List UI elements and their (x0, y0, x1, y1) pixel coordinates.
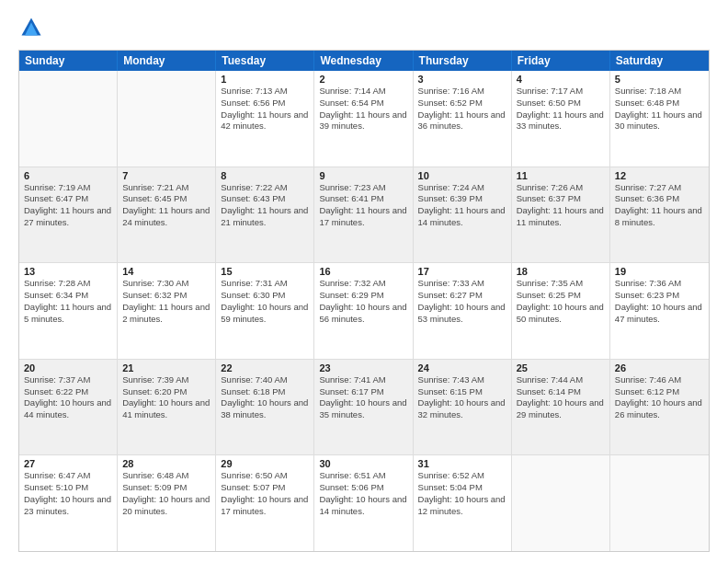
calendar-row: 1Sunrise: 7:13 AM Sunset: 6:56 PM Daylig… (19, 71, 709, 167)
logo-icon (18, 15, 44, 40)
day-number: 3 (418, 74, 506, 85)
calendar-cell: 7Sunrise: 7:21 AM Sunset: 6:45 PM Daylig… (118, 167, 216, 263)
day-number: 30 (319, 458, 407, 469)
calendar-row: 6Sunrise: 7:19 AM Sunset: 6:47 PM Daylig… (19, 167, 709, 263)
calendar-cell: 22Sunrise: 7:40 AM Sunset: 6:18 PM Dayli… (216, 360, 314, 455)
calendar-cell: 16Sunrise: 7:32 AM Sunset: 6:29 PM Dayli… (314, 263, 413, 359)
day-number: 11 (517, 170, 605, 181)
calendar-cell: 5Sunrise: 7:18 AM Sunset: 6:48 PM Daylig… (610, 71, 709, 167)
day-number: 26 (615, 362, 704, 373)
cell-info: Sunrise: 7:46 AM Sunset: 6:12 PM Dayligh… (615, 374, 704, 421)
calendar-cell (512, 455, 610, 551)
cell-info: Sunrise: 7:19 AM Sunset: 6:47 PM Dayligh… (24, 182, 112, 229)
cell-info: Sunrise: 7:17 AM Sunset: 6:50 PM Dayligh… (517, 86, 605, 132)
day-number: 20 (24, 362, 112, 373)
calendar-cell: 18Sunrise: 7:35 AM Sunset: 6:25 PM Dayli… (512, 263, 610, 359)
day-number: 13 (24, 266, 112, 277)
calendar-cell: 15Sunrise: 7:31 AM Sunset: 6:30 PM Dayli… (216, 263, 314, 359)
calendar-header: SundayMondayTuesdayWednesdayThursdayFrid… (19, 51, 709, 71)
day-number: 6 (24, 170, 112, 181)
calendar-cell: 13Sunrise: 7:28 AM Sunset: 6:34 PM Dayli… (19, 263, 118, 359)
calendar-cell: 19Sunrise: 7:36 AM Sunset: 6:23 PM Dayli… (610, 263, 709, 359)
day-number: 28 (122, 458, 210, 469)
calendar-cell: 27Sunrise: 6:47 AM Sunset: 5:10 PM Dayli… (19, 455, 118, 551)
day-number: 23 (319, 362, 407, 373)
day-number: 27 (24, 458, 112, 469)
calendar-cell: 21Sunrise: 7:39 AM Sunset: 6:20 PM Dayli… (118, 360, 216, 455)
calendar-day-header: Wednesday (314, 51, 413, 71)
day-number: 15 (221, 266, 309, 277)
calendar-cell (118, 71, 216, 167)
day-number: 21 (122, 362, 210, 373)
calendar-day-header: Saturday (610, 51, 709, 71)
calendar-cell: 23Sunrise: 7:41 AM Sunset: 6:17 PM Dayli… (314, 360, 413, 455)
day-number: 17 (418, 266, 506, 277)
day-number: 10 (418, 170, 506, 181)
cell-info: Sunrise: 6:48 AM Sunset: 5:09 PM Dayligh… (122, 470, 210, 517)
cell-info: Sunrise: 7:13 AM Sunset: 6:56 PM Dayligh… (221, 86, 309, 132)
calendar-cell: 12Sunrise: 7:27 AM Sunset: 6:36 PM Dayli… (610, 167, 709, 263)
day-number: 9 (319, 170, 407, 181)
calendar-cell: 31Sunrise: 6:52 AM Sunset: 5:04 PM Dayli… (414, 455, 512, 551)
calendar-row: 13Sunrise: 7:28 AM Sunset: 6:34 PM Dayli… (19, 262, 709, 359)
calendar-day-header: Sunday (19, 51, 118, 71)
cell-info: Sunrise: 7:21 AM Sunset: 6:45 PM Dayligh… (122, 182, 210, 229)
cell-info: Sunrise: 7:30 AM Sunset: 6:32 PM Dayligh… (122, 278, 210, 325)
cell-info: Sunrise: 7:24 AM Sunset: 6:39 PM Dayligh… (418, 182, 506, 229)
day-number: 25 (517, 362, 605, 373)
logo (18, 15, 50, 40)
calendar-cell (19, 71, 118, 167)
cell-info: Sunrise: 7:44 AM Sunset: 6:14 PM Dayligh… (517, 374, 605, 421)
calendar-cell: 8Sunrise: 7:22 AM Sunset: 6:43 PM Daylig… (216, 167, 314, 263)
day-number: 7 (122, 170, 210, 181)
cell-info: Sunrise: 6:52 AM Sunset: 5:04 PM Dayligh… (418, 470, 506, 517)
calendar-cell (610, 455, 709, 551)
day-number: 1 (221, 74, 309, 85)
cell-info: Sunrise: 6:50 AM Sunset: 5:07 PM Dayligh… (221, 470, 309, 517)
cell-info: Sunrise: 7:26 AM Sunset: 6:37 PM Dayligh… (517, 182, 605, 229)
cell-info: Sunrise: 7:37 AM Sunset: 6:22 PM Dayligh… (24, 374, 112, 421)
calendar-cell: 17Sunrise: 7:33 AM Sunset: 6:27 PM Dayli… (414, 263, 512, 359)
calendar-row: 27Sunrise: 6:47 AM Sunset: 5:10 PM Dayli… (19, 454, 709, 551)
calendar: SundayMondayTuesdayWednesdayThursdayFrid… (18, 50, 710, 552)
calendar-cell: 20Sunrise: 7:37 AM Sunset: 6:22 PM Dayli… (19, 360, 118, 455)
calendar-cell: 10Sunrise: 7:24 AM Sunset: 6:39 PM Dayli… (414, 167, 512, 263)
cell-info: Sunrise: 7:41 AM Sunset: 6:17 PM Dayligh… (319, 374, 407, 421)
calendar-body: 1Sunrise: 7:13 AM Sunset: 6:56 PM Daylig… (19, 71, 709, 551)
day-number: 8 (221, 170, 309, 181)
calendar-cell: 4Sunrise: 7:17 AM Sunset: 6:50 PM Daylig… (512, 71, 610, 167)
cell-info: Sunrise: 7:16 AM Sunset: 6:52 PM Dayligh… (418, 86, 506, 132)
cell-info: Sunrise: 7:23 AM Sunset: 6:41 PM Dayligh… (319, 182, 407, 229)
day-number: 22 (221, 362, 309, 373)
calendar-cell: 1Sunrise: 7:13 AM Sunset: 6:56 PM Daylig… (216, 71, 314, 167)
day-number: 29 (221, 458, 309, 469)
day-number: 5 (615, 74, 704, 85)
calendar-cell: 9Sunrise: 7:23 AM Sunset: 6:41 PM Daylig… (314, 167, 413, 263)
calendar-cell: 6Sunrise: 7:19 AM Sunset: 6:47 PM Daylig… (19, 167, 118, 263)
cell-info: Sunrise: 7:28 AM Sunset: 6:34 PM Dayligh… (24, 278, 112, 325)
calendar-row: 20Sunrise: 7:37 AM Sunset: 6:22 PM Dayli… (19, 359, 709, 455)
calendar-cell: 24Sunrise: 7:43 AM Sunset: 6:15 PM Dayli… (414, 360, 512, 455)
calendar-cell: 25Sunrise: 7:44 AM Sunset: 6:14 PM Dayli… (512, 360, 610, 455)
cell-info: Sunrise: 6:51 AM Sunset: 5:06 PM Dayligh… (319, 470, 407, 517)
cell-info: Sunrise: 7:39 AM Sunset: 6:20 PM Dayligh… (122, 374, 210, 421)
calendar-cell: 3Sunrise: 7:16 AM Sunset: 6:52 PM Daylig… (414, 71, 512, 167)
cell-info: Sunrise: 7:18 AM Sunset: 6:48 PM Dayligh… (615, 86, 704, 132)
day-number: 14 (122, 266, 210, 277)
day-number: 4 (517, 74, 605, 85)
day-number: 12 (615, 170, 704, 181)
cell-info: Sunrise: 7:43 AM Sunset: 6:15 PM Dayligh… (418, 374, 506, 421)
header (18, 15, 710, 40)
cell-info: Sunrise: 7:14 AM Sunset: 6:54 PM Dayligh… (319, 86, 407, 132)
calendar-cell: 29Sunrise: 6:50 AM Sunset: 5:07 PM Dayli… (216, 455, 314, 551)
calendar-cell: 26Sunrise: 7:46 AM Sunset: 6:12 PM Dayli… (610, 360, 709, 455)
calendar-day-header: Thursday (414, 51, 512, 71)
cell-info: Sunrise: 6:47 AM Sunset: 5:10 PM Dayligh… (24, 470, 112, 517)
day-number: 31 (418, 458, 506, 469)
calendar-cell: 11Sunrise: 7:26 AM Sunset: 6:37 PM Dayli… (512, 167, 610, 263)
cell-info: Sunrise: 7:36 AM Sunset: 6:23 PM Dayligh… (615, 278, 704, 325)
cell-info: Sunrise: 7:31 AM Sunset: 6:30 PM Dayligh… (221, 278, 309, 325)
calendar-day-header: Tuesday (216, 51, 314, 71)
cell-info: Sunrise: 7:35 AM Sunset: 6:25 PM Dayligh… (517, 278, 605, 325)
cell-info: Sunrise: 7:32 AM Sunset: 6:29 PM Dayligh… (319, 278, 407, 325)
